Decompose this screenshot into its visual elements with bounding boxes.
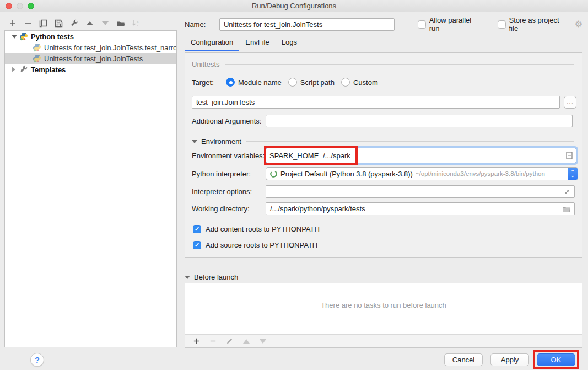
unittests-section-title: Unittests bbox=[192, 60, 220, 68]
before-launch-task-list: There are no tasks to run before launch bbox=[185, 283, 582, 348]
edit-env-vars-icon[interactable] bbox=[566, 152, 573, 159]
target-option-custom[interactable]: Custom bbox=[341, 78, 378, 87]
before-launch-empty-message: There are no tasks to run before launch bbox=[185, 301, 582, 309]
script-path-label: Script path bbox=[300, 78, 335, 87]
add-source-roots-label: Add source roots to PYTHONPATH bbox=[206, 241, 317, 249]
remove-icon[interactable] bbox=[23, 19, 33, 28]
edit-templates-icon[interactable] bbox=[69, 19, 79, 28]
ok-button[interactable]: OK bbox=[537, 353, 575, 366]
tree-item-unittest-jointests[interactable]: Unittests for test_join.JoinTests bbox=[5, 53, 176, 64]
module-name-radio[interactable] bbox=[226, 78, 235, 87]
close-window-button[interactable] bbox=[6, 3, 12, 9]
target-option-script-path[interactable]: Script path bbox=[288, 78, 335, 87]
configurations-toolbar: az bbox=[8, 18, 141, 29]
apply-button[interactable]: Apply bbox=[490, 353, 529, 366]
save-configuration-icon[interactable] bbox=[54, 19, 63, 28]
configurations-tree: Python tests Unittests for test_join.Joi… bbox=[4, 30, 177, 347]
add-content-roots-option[interactable]: ✓ Add content roots to PYTHONPATH bbox=[193, 224, 320, 234]
before-launch-toolbar bbox=[185, 334, 582, 347]
module-name-label: Module name bbox=[238, 78, 282, 87]
browse-button[interactable]: ... bbox=[564, 96, 576, 109]
script-path-radio[interactable] bbox=[288, 78, 297, 87]
environment-collapse-icon[interactable] bbox=[192, 140, 197, 143]
working-directory-input[interactable]: /.../spark/python/pyspark/tests bbox=[266, 202, 575, 215]
environment-variables-input[interactable]: SPARK_HOME=/.../spark bbox=[266, 148, 576, 163]
expand-field-icon[interactable] bbox=[564, 189, 570, 195]
environment-variables-row: Environment variables: SPARK_HOME=/.../s… bbox=[192, 148, 576, 163]
python-tests-icon bbox=[19, 32, 28, 41]
working-directory-label: Working directory: bbox=[192, 205, 266, 213]
tab-envfile[interactable]: EnvFile bbox=[239, 35, 275, 51]
before-launch-collapse-icon[interactable] bbox=[185, 276, 190, 279]
add-source-roots-checkbox[interactable]: ✓ bbox=[193, 241, 201, 249]
templates-wrench-icon bbox=[19, 65, 28, 74]
interpreter-options-row: Interpreter options: bbox=[192, 185, 575, 198]
move-up-icon[interactable] bbox=[85, 19, 94, 28]
additional-arguments-input[interactable] bbox=[266, 115, 573, 127]
move-task-up-icon bbox=[241, 336, 251, 346]
tab-logs[interactable]: Logs bbox=[276, 35, 303, 51]
tab-configuration[interactable]: Configuration bbox=[185, 35, 239, 51]
python-test-icon bbox=[33, 54, 41, 63]
add-icon[interactable] bbox=[8, 19, 17, 28]
add-content-roots-label: Add content roots to PYTHONPATH bbox=[206, 225, 320, 233]
expanded-caret-icon[interactable] bbox=[12, 35, 17, 39]
before-launch-section-header[interactable]: Before launch bbox=[185, 273, 582, 281]
copy-configuration-icon[interactable] bbox=[39, 19, 48, 28]
tab-bar: Configuration EnvFile Logs bbox=[185, 35, 303, 51]
target-row: Target: Module name Script path Custom bbox=[192, 77, 385, 88]
tree-item-python-tests[interactable]: Python tests bbox=[5, 31, 176, 42]
run-debug-configurations-dialog: Run/Debug Configurations az bbox=[0, 0, 588, 370]
title-bar: Run/Debug Configurations bbox=[0, 0, 588, 12]
environment-variables-value: SPARK_HOME=/.../spark bbox=[269, 152, 350, 160]
store-as-project-file-label: Store as project file bbox=[509, 16, 570, 33]
python-test-icon bbox=[33, 43, 41, 52]
allow-parallel-run-option[interactable]: Allow parallel run bbox=[418, 16, 484, 33]
environment-section-header[interactable]: Environment bbox=[192, 137, 574, 146]
svg-text:z: z bbox=[137, 24, 138, 27]
tree-item-unittest-narrow[interactable]: Unittests for test_join.JoinTests.test_n… bbox=[5, 42, 176, 53]
combo-stepper-icon[interactable]: ⌃⌄ bbox=[568, 167, 578, 180]
before-launch-section-title: Before launch bbox=[194, 273, 238, 281]
tree-item-templates[interactable]: Templates bbox=[5, 64, 176, 75]
store-as-project-file-option[interactable]: Store as project file bbox=[498, 16, 570, 33]
remove-task-icon bbox=[208, 336, 218, 346]
python-interpreter-value: Project Default (Python 3.8 (pyspark-3.8… bbox=[280, 170, 413, 178]
add-task-icon[interactable] bbox=[192, 336, 201, 346]
python-interpreter-label: Python interpreter: bbox=[192, 170, 266, 178]
additional-arguments-label: Additional Arguments: bbox=[192, 117, 266, 125]
allow-parallel-run-checkbox[interactable] bbox=[418, 20, 426, 29]
gear-icon[interactable]: ⚙ bbox=[575, 20, 582, 29]
add-content-roots-checkbox[interactable]: ✓ bbox=[193, 225, 201, 233]
sort-configurations-icon: az bbox=[131, 19, 141, 28]
target-option-module-name[interactable]: Module name bbox=[226, 78, 282, 87]
unittests-section-header: Unittests bbox=[192, 60, 574, 68]
custom-radio[interactable] bbox=[341, 78, 350, 87]
window-title: Run/Debug Configurations bbox=[252, 2, 336, 10]
python-interpreter-row: Python interpreter: Project Default (Pyt… bbox=[192, 167, 578, 180]
target-label: Target: bbox=[192, 78, 226, 87]
tree-item-label: Python tests bbox=[31, 33, 74, 41]
name-input[interactable] bbox=[219, 18, 395, 31]
custom-label: Custom bbox=[353, 78, 378, 87]
cancel-button[interactable]: Cancel bbox=[444, 353, 483, 366]
tree-item-label: Templates bbox=[31, 66, 66, 74]
move-down-icon bbox=[100, 19, 110, 28]
additional-arguments-row: Additional Arguments: bbox=[192, 115, 573, 127]
tree-item-label: Unittests for test_join.JoinTests bbox=[44, 55, 143, 63]
zoom-window-button[interactable] bbox=[28, 3, 34, 9]
edit-task-icon bbox=[225, 336, 234, 346]
python-interpreter-path: ~/opt/miniconda3/envs/pyspark-3.8/bin/py… bbox=[416, 170, 568, 177]
help-button[interactable]: ? bbox=[30, 353, 44, 367]
new-folder-icon[interactable] bbox=[116, 19, 125, 28]
add-source-roots-option[interactable]: ✓ Add source roots to PYTHONPATH bbox=[193, 240, 317, 250]
store-as-project-file-checkbox[interactable] bbox=[498, 20, 506, 29]
working-directory-value: /.../spark/python/pyspark/tests bbox=[270, 205, 365, 213]
interpreter-options-input[interactable] bbox=[266, 185, 575, 198]
python-interpreter-select[interactable]: Project Default (Python 3.8 (pyspark-3.8… bbox=[266, 167, 578, 180]
minimize-window-button bbox=[17, 3, 23, 9]
conda-environment-icon bbox=[269, 170, 278, 178]
browse-folder-icon[interactable] bbox=[562, 206, 570, 212]
collapsed-caret-icon[interactable] bbox=[12, 67, 17, 72]
module-name-input[interactable] bbox=[192, 96, 560, 109]
